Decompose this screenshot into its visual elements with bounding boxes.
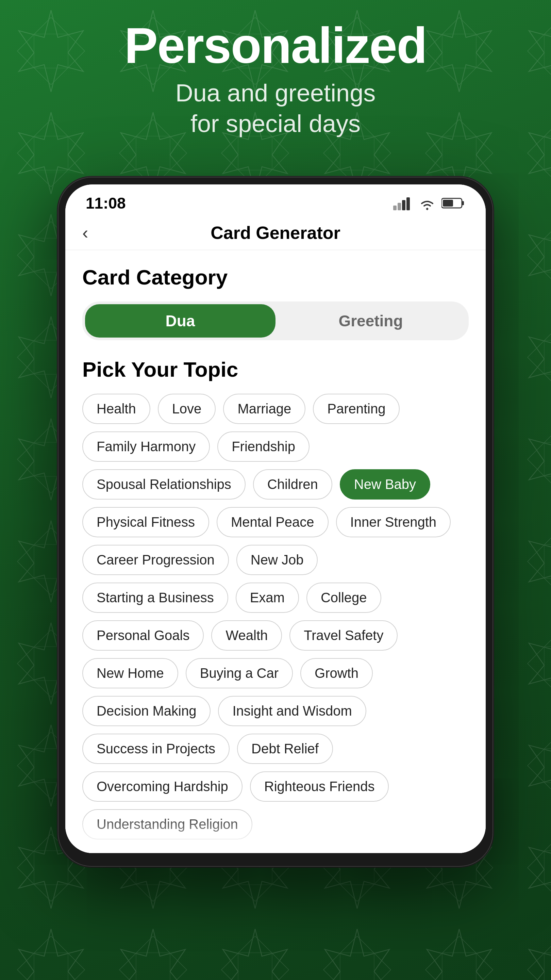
tag-children[interactable]: Children	[253, 469, 332, 500]
tag-parenting[interactable]: Parenting	[313, 394, 400, 424]
tag-exam[interactable]: Exam	[236, 582, 299, 613]
back-button[interactable]: ‹	[82, 223, 106, 243]
tag-new_baby[interactable]: New Baby	[340, 469, 430, 500]
svg-rect-10	[443, 200, 453, 207]
tag-travel_safety[interactable]: Travel Safety	[289, 620, 398, 651]
content-area: Card Category Dua Greeting Pick Your Top…	[65, 250, 486, 853]
tag-debt_relief[interactable]: Debt Relief	[237, 733, 333, 764]
tag-mental_peace[interactable]: Mental Peace	[217, 507, 329, 537]
hero-title: Personalized	[0, 21, 551, 71]
tag-new_job[interactable]: New Job	[237, 545, 318, 575]
svg-rect-5	[398, 203, 401, 210]
tags-container: HealthLoveMarriageParentingFamily Harmon…	[82, 394, 469, 840]
status-bar: 11:08	[65, 185, 486, 216]
wifi-icon	[418, 196, 436, 210]
signal-icon	[393, 196, 413, 210]
hero-section: Personalized Dua and greetings for speci…	[0, 21, 551, 139]
tag-decision_making[interactable]: Decision Making	[82, 696, 211, 726]
tag-insight_wisdom[interactable]: Insight and Wisdom	[218, 696, 366, 726]
tag-college[interactable]: College	[306, 582, 381, 613]
tag-health[interactable]: Health	[82, 394, 150, 424]
tag-new_home[interactable]: New Home	[82, 658, 178, 688]
category-toggle[interactable]: Dua Greeting	[82, 301, 469, 340]
toggle-greeting[interactable]: Greeting	[275, 304, 466, 337]
svg-rect-4	[393, 205, 397, 210]
status-time: 11:08	[86, 194, 126, 212]
status-icons	[393, 196, 465, 210]
tag-physical_fitness[interactable]: Physical Fitness	[82, 507, 209, 537]
nav-bar: ‹ Card Generator	[65, 216, 486, 250]
tag-understanding_religion[interactable]: Understanding Religion	[82, 809, 252, 840]
topic-section: Pick Your Topic HealthLoveMarriageParent…	[82, 357, 469, 840]
tag-marriage[interactable]: Marriage	[223, 394, 305, 424]
tag-growth[interactable]: Growth	[300, 658, 373, 688]
tag-starting_business[interactable]: Starting a Business	[82, 582, 228, 613]
tag-wealth[interactable]: Wealth	[211, 620, 282, 651]
tag-personal_goals[interactable]: Personal Goals	[82, 620, 204, 651]
tag-love[interactable]: Love	[158, 394, 216, 424]
nav-title: Card Generator	[106, 223, 445, 243]
toggle-dua[interactable]: Dua	[85, 304, 275, 337]
tag-righteous_friends[interactable]: Righteous Friends	[250, 772, 389, 802]
tag-friendship[interactable]: Friendship	[218, 431, 310, 462]
tag-family_harmony[interactable]: Family Harmony	[82, 431, 210, 462]
phone-container: 11:08	[58, 177, 493, 867]
tag-success_projects[interactable]: Success in Projects	[82, 733, 230, 764]
hero-subtitle: Dua and greetings for special days	[0, 78, 551, 139]
tag-overcoming_hardship[interactable]: Overcoming Hardship	[82, 772, 243, 802]
svg-rect-9	[462, 201, 464, 205]
tag-career_progression[interactable]: Career Progression	[82, 545, 229, 575]
tag-inner_strength[interactable]: Inner Strength	[336, 507, 451, 537]
card-category-title: Card Category	[82, 265, 469, 289]
svg-rect-6	[402, 200, 405, 210]
card-category-section: Card Category Dua Greeting	[82, 265, 469, 340]
tag-spousal_relationships[interactable]: Spousal Relationships	[82, 469, 246, 500]
battery-icon	[441, 197, 465, 210]
topic-title: Pick Your Topic	[82, 357, 469, 382]
phone-screen: 11:08	[65, 185, 486, 853]
tag-buying_car[interactable]: Buying a Car	[186, 658, 293, 688]
phone-frame: 11:08	[58, 177, 493, 867]
svg-rect-7	[407, 197, 410, 210]
